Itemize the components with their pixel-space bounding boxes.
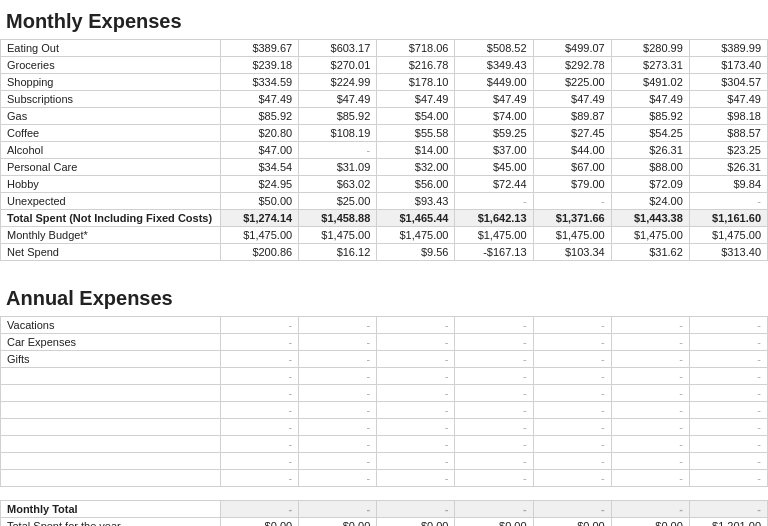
data-cell: $491.02 [611, 74, 689, 91]
data-cell: - [221, 501, 299, 518]
data-cell: $20.80 [221, 125, 299, 142]
data-cell: - [299, 402, 377, 419]
data-cell: - [299, 368, 377, 385]
data-cell: - [611, 385, 689, 402]
row-label: Subscriptions [1, 91, 221, 108]
data-cell: $89.87 [533, 108, 611, 125]
data-cell: - [299, 453, 377, 470]
row-label [1, 436, 221, 453]
data-cell: $55.58 [377, 125, 455, 142]
monthly-title: Monthly Expenses [0, 0, 768, 39]
row-label: Hobby [1, 176, 221, 193]
data-cell: - [689, 453, 767, 470]
data-cell: - [611, 453, 689, 470]
data-cell: $718.06 [377, 40, 455, 57]
data-cell: $72.09 [611, 176, 689, 193]
data-cell: $72.44 [455, 176, 533, 193]
data-cell: - [455, 368, 533, 385]
data-cell: $47.00 [221, 142, 299, 159]
row-label: Total Spent (Not Including Fixed Costs) [1, 210, 221, 227]
data-cell: - [221, 368, 299, 385]
data-cell: - [221, 317, 299, 334]
data-cell: - [377, 470, 455, 487]
data-cell: - [299, 317, 377, 334]
data-cell: $63.02 [299, 176, 377, 193]
data-cell: $216.78 [377, 57, 455, 74]
data-cell: $85.92 [299, 108, 377, 125]
data-cell: $0.00 [299, 518, 377, 527]
data-cell: $50.00 [221, 193, 299, 210]
data-cell: - [455, 385, 533, 402]
data-cell: - [221, 436, 299, 453]
data-cell: - [689, 368, 767, 385]
data-cell: - [611, 419, 689, 436]
data-cell: $37.00 [455, 142, 533, 159]
data-cell: $85.92 [221, 108, 299, 125]
data-cell: $14.00 [377, 142, 455, 159]
data-cell: $178.10 [377, 74, 455, 91]
data-cell: - [611, 368, 689, 385]
data-cell: - [611, 402, 689, 419]
data-cell: - [689, 419, 767, 436]
data-cell: $93.43 [377, 193, 455, 210]
row-label: Unexpected [1, 193, 221, 210]
data-cell: $47.49 [689, 91, 767, 108]
data-cell: - [533, 368, 611, 385]
data-cell: - [221, 334, 299, 351]
data-cell: - [221, 385, 299, 402]
row-label: Personal Care [1, 159, 221, 176]
data-cell: - [221, 470, 299, 487]
data-cell: $24.00 [611, 193, 689, 210]
data-cell: $47.49 [299, 91, 377, 108]
data-cell: $54.00 [377, 108, 455, 125]
data-cell: $1,443.38 [611, 210, 689, 227]
data-cell: - [533, 402, 611, 419]
data-cell: $1,371.66 [533, 210, 611, 227]
row-label [1, 402, 221, 419]
data-cell: $25.00 [299, 193, 377, 210]
data-cell: $47.49 [455, 91, 533, 108]
data-cell: $349.43 [455, 57, 533, 74]
data-cell: - [533, 334, 611, 351]
data-cell: - [377, 334, 455, 351]
data-cell: $0.00 [611, 518, 689, 527]
data-cell: - [377, 317, 455, 334]
data-cell: $56.00 [377, 176, 455, 193]
data-cell: - [377, 368, 455, 385]
data-cell: - [611, 436, 689, 453]
data-cell: $304.57 [689, 74, 767, 91]
data-cell: - [689, 351, 767, 368]
data-cell: $313.40 [689, 244, 767, 261]
annual-title: Annual Expenses [0, 277, 768, 316]
data-cell: - [611, 351, 689, 368]
row-label [1, 368, 221, 385]
data-cell: $499.07 [533, 40, 611, 57]
data-cell: - [455, 351, 533, 368]
data-cell: $239.18 [221, 57, 299, 74]
data-cell: $74.00 [455, 108, 533, 125]
row-label: Monthly Total [1, 501, 221, 518]
row-label: Monthly Budget* [1, 227, 221, 244]
data-cell: - [299, 351, 377, 368]
data-cell: - [611, 334, 689, 351]
data-cell: - [455, 436, 533, 453]
data-cell: - [299, 470, 377, 487]
data-cell: - [221, 402, 299, 419]
data-cell: $1,475.00 [611, 227, 689, 244]
row-label: Gas [1, 108, 221, 125]
data-cell: $334.59 [221, 74, 299, 91]
data-cell: $34.54 [221, 159, 299, 176]
page-container: Monthly Expenses Eating Out$389.67$603.1… [0, 0, 768, 526]
data-cell: - [689, 501, 767, 518]
data-cell: $47.49 [611, 91, 689, 108]
data-cell: - [533, 501, 611, 518]
data-cell: $59.25 [455, 125, 533, 142]
data-cell: - [533, 419, 611, 436]
data-cell: $47.49 [221, 91, 299, 108]
data-cell: $270.01 [299, 57, 377, 74]
data-cell: - [533, 351, 611, 368]
data-cell: $389.99 [689, 40, 767, 57]
data-cell: $9.56 [377, 244, 455, 261]
data-cell: $1,458.88 [299, 210, 377, 227]
data-cell: - [299, 385, 377, 402]
